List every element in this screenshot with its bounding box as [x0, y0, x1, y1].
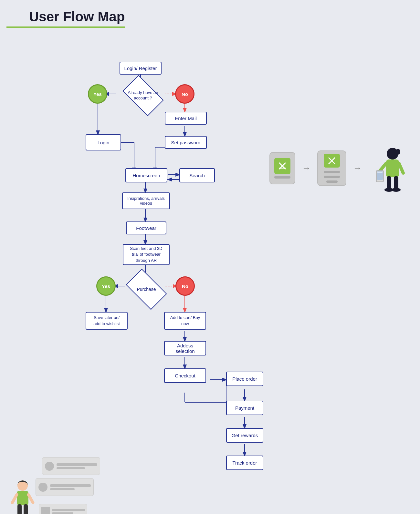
- no-circle-2: No: [175, 276, 195, 296]
- flow-arrows: [0, 28, 420, 514]
- get-rewards-node: Get rewards: [226, 428, 263, 443]
- wireframe-cards: [42, 457, 100, 499]
- wf-line: [57, 467, 85, 469]
- wf-square: [41, 507, 50, 514]
- add-to-cart-node: Add to cart/ Buy now: [164, 312, 206, 330]
- save-later-node: Save later on/ add to wishlist: [86, 312, 128, 330]
- svg-line-49: [12, 495, 17, 503]
- yes-circle-2: Yes: [96, 276, 116, 296]
- svg-rect-46: [377, 172, 383, 173]
- screen-bar-2a: [324, 171, 340, 173]
- track-order-node: Track order: [226, 456, 263, 470]
- svg-point-43: [392, 188, 401, 192]
- svg-rect-32: [279, 168, 286, 169]
- wf-line: [52, 512, 73, 514]
- wireframe-card-3: [39, 504, 87, 514]
- scan-feet-node: Scan feet and 3D trial of footwear throu…: [123, 244, 170, 265]
- screen-mockup-1: [269, 152, 295, 184]
- wireframe-card-1: [42, 457, 100, 475]
- wf-lines-1: [57, 463, 97, 469]
- no-circle-1: No: [175, 84, 194, 104]
- checkout-node: Checkout: [164, 368, 206, 383]
- svg-rect-51: [17, 504, 22, 514]
- screen-icon-x-1: [274, 158, 290, 174]
- enter-mail-node: Enter Mail: [165, 112, 207, 125]
- svg-line-50: [28, 495, 33, 503]
- wireframe-card-2: [36, 478, 94, 496]
- svg-rect-40: [387, 176, 391, 189]
- homescreen-node: Homescreen: [125, 168, 167, 182]
- svg-rect-41: [394, 176, 398, 189]
- set-password-node: Set password: [165, 136, 207, 149]
- screen-mockup-2: [317, 150, 346, 186]
- wf-line: [50, 484, 91, 487]
- wf-line: [50, 488, 75, 490]
- person-illustration: [368, 144, 407, 192]
- screen-bar-2b: [324, 176, 340, 178]
- search-node: Search: [179, 168, 215, 182]
- diagram-container: Login/ Register Already have an account …: [0, 28, 420, 514]
- footwear-node: Footwear: [126, 221, 166, 234]
- wf-lines-3: [52, 509, 85, 514]
- screen-bar-2c: [326, 180, 338, 183]
- payment-node: Payment: [226, 401, 263, 415]
- wf-lines-2: [50, 484, 91, 490]
- purchase-diamond: Purchase: [125, 276, 167, 302]
- wf-line: [57, 463, 97, 466]
- login-register-node: Login/ Register: [120, 62, 162, 75]
- svg-rect-37: [386, 159, 399, 177]
- svg-rect-52: [24, 504, 28, 514]
- svg-rect-48: [17, 491, 28, 505]
- inspirations-node: Insiprations, arrivalsvideos: [122, 192, 170, 209]
- wf-circle-1: [45, 462, 54, 471]
- page-title: User Flow Map: [6, 3, 125, 28]
- person-figure-bottom: [10, 478, 36, 514]
- screen-bar-1: [274, 176, 290, 179]
- page-title-container: User Flow Map: [0, 0, 420, 28]
- wf-line: [52, 509, 85, 511]
- svg-line-39: [399, 163, 403, 173]
- login-node: Login: [86, 134, 121, 150]
- place-order-node: Place order: [226, 372, 263, 386]
- wf-circle-2: [38, 483, 47, 492]
- yes-circle-1: Yes: [88, 84, 107, 104]
- mockup-area: → →: [269, 144, 407, 192]
- mockup-arrow-2: →: [353, 163, 362, 173]
- already-have-account-diamond: Already have an account ?: [121, 83, 165, 108]
- mockup-arrow-1: →: [302, 163, 311, 173]
- screen-icon-x-2: [324, 154, 340, 168]
- address-selection-node: Addess selection: [164, 341, 206, 355]
